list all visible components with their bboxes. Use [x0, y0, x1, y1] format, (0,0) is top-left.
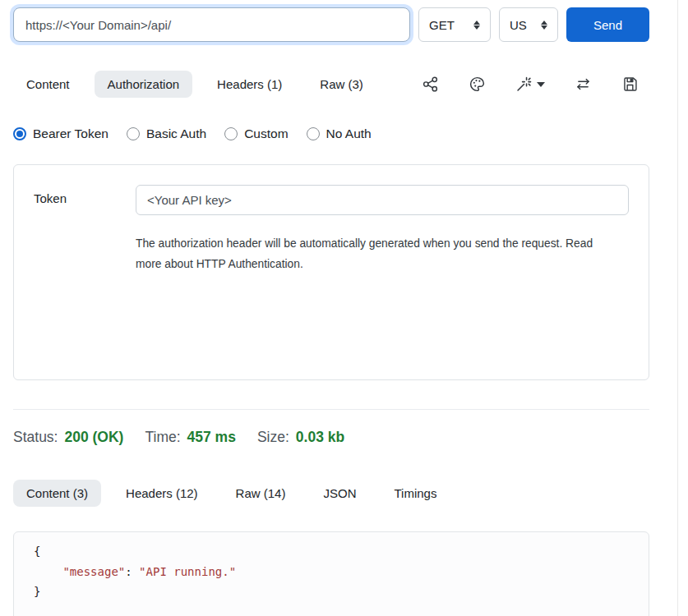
radio-unchecked-icon	[224, 127, 238, 140]
response-tab-raw[interactable]: Raw (14)	[223, 480, 299, 507]
main-content: GET US Send Content Authorization Header…	[13, 0, 649, 616]
time-pair: Time: 457 ms	[145, 429, 235, 446]
size-value: 0.03 kb	[296, 429, 344, 446]
radio-label: Basic Auth	[146, 126, 206, 141]
response-body-code: { "message": "API running." }	[13, 531, 649, 616]
section-divider	[13, 409, 649, 410]
response-tab-timings[interactable]: Timings	[381, 480, 450, 507]
caret-down-icon	[537, 82, 545, 87]
status-pair: Status: 200 (OK)	[13, 429, 123, 446]
response-summary: Status: 200 (OK) Time: 457 ms Size: 0.03…	[13, 429, 649, 446]
palette-icon[interactable]	[469, 76, 486, 93]
code-line: }	[34, 582, 629, 602]
tab-authorization[interactable]: Authorization	[95, 71, 193, 98]
radio-custom[interactable]: Custom	[224, 126, 288, 141]
tab-content[interactable]: Content	[13, 71, 83, 98]
api-client-page: GET US Send Content Authorization Header…	[0, 0, 688, 616]
radio-no-auth[interactable]: No Auth	[307, 126, 372, 141]
auth-helper-text: The authorization header will be automat…	[136, 233, 619, 274]
request-tabs-row: Content Authorization Headers (1) Raw (3…	[13, 69, 649, 99]
request-bar: GET US Send	[13, 7, 649, 42]
magic-wand-dropdown-icon[interactable]	[515, 76, 545, 93]
method-select[interactable]: GET	[418, 7, 491, 42]
json-separator: :	[125, 565, 139, 578]
radio-label: Custom	[244, 126, 288, 141]
region-select-value: US	[510, 18, 527, 32]
auth-panel: Token The authorization header will be a…	[13, 164, 649, 380]
radio-unchecked-icon	[127, 127, 140, 140]
token-input[interactable]	[136, 185, 629, 215]
token-label: Token	[34, 185, 136, 360]
status-value: 200 (OK)	[64, 429, 123, 446]
select-updown-icon	[473, 21, 480, 30]
swap-arrows-icon[interactable]	[575, 76, 592, 93]
response-tab-content[interactable]: Content (3)	[13, 480, 101, 507]
tab-headers[interactable]: Headers (1)	[204, 71, 295, 98]
auth-type-options: Bearer Token Basic Auth Custom No Auth	[13, 126, 649, 141]
size-pair: Size: 0.03 kb	[257, 429, 344, 446]
response-tab-json[interactable]: JSON	[310, 480, 369, 507]
send-button[interactable]: Send	[566, 7, 649, 42]
tab-raw[interactable]: Raw (3)	[307, 71, 376, 98]
toolbar-icons	[422, 76, 649, 93]
share-icon[interactable]	[422, 76, 439, 93]
region-select[interactable]: US	[499, 7, 558, 42]
save-icon[interactable]	[621, 76, 639, 93]
token-column: The authorization header will be automat…	[136, 185, 629, 360]
radio-label: Bearer Token	[33, 126, 109, 141]
select-updown-icon	[541, 21, 547, 30]
response-tab-headers[interactable]: Headers (12)	[113, 480, 211, 507]
radio-bearer-token[interactable]: Bearer Token	[13, 126, 109, 141]
code-line: "message": "API running."	[34, 562, 629, 582]
json-key: "message"	[62, 565, 125, 578]
size-label: Size:	[257, 429, 289, 446]
method-select-value: GET	[429, 18, 455, 32]
page-edge-divider	[677, 0, 678, 616]
status-label: Status:	[13, 429, 58, 446]
radio-basic-auth[interactable]: Basic Auth	[127, 126, 206, 141]
json-value: "API running."	[139, 565, 236, 578]
response-tabs-row: Content (3) Headers (12) Raw (14) JSON T…	[13, 478, 649, 508]
url-input[interactable]	[13, 7, 410, 42]
radio-unchecked-icon	[307, 127, 320, 140]
code-line: {	[34, 541, 629, 562]
radio-checked-icon	[13, 127, 26, 140]
radio-label: No Auth	[326, 126, 372, 141]
time-value: 457 ms	[187, 429, 236, 446]
time-label: Time:	[145, 429, 180, 446]
